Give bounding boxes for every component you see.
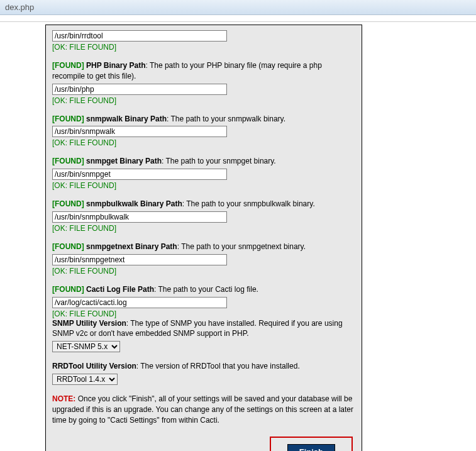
note-block: NOTE: Once you click "Finish", all of yo… bbox=[52, 394, 355, 425]
ok-status: [OK: FILE FOUND] bbox=[52, 309, 355, 318]
field-label: snmpgetnext Binary Path bbox=[86, 242, 177, 251]
divider-line bbox=[0, 21, 476, 22]
note-tag: NOTE: bbox=[52, 394, 75, 403]
field-desc: : The path to your Cacti log file. bbox=[154, 285, 258, 294]
field-label: Cacti Log File Path bbox=[86, 285, 154, 294]
snmp-version-group: SNMP Utility Version: The type of SNMP y… bbox=[52, 318, 355, 353]
snmp-version-label: SNMP Utility Version bbox=[52, 319, 126, 328]
found-tag: [FOUND] bbox=[52, 285, 84, 294]
found-tag: [FOUND] bbox=[52, 61, 84, 70]
note-text: Once you click "Finish", all of your set… bbox=[52, 394, 353, 425]
install-form-box: [OK: FILE FOUND][FOUND] PHP Binary Path:… bbox=[45, 25, 362, 451]
path-input[interactable] bbox=[52, 126, 227, 137]
rrd-version-group: RRDTool Utility Version: The version of … bbox=[52, 361, 355, 385]
path-input[interactable] bbox=[52, 30, 227, 42]
finish-highlight-box: Finish bbox=[270, 437, 353, 451]
field-desc: : The path to your snmpbulkwalk binary. bbox=[182, 199, 315, 208]
found-tag: [FOUND] bbox=[52, 114, 84, 123]
ok-status: [OK: FILE FOUND] bbox=[52, 267, 355, 276]
path-field-group: [FOUND] Cacti Log File Path: The path to… bbox=[52, 284, 355, 318]
path-input[interactable] bbox=[52, 297, 227, 308]
ok-status: [OK: FILE FOUND] bbox=[52, 138, 355, 147]
field-label: snmpbulkwalk Binary Path bbox=[86, 199, 182, 208]
path-field-group: [FOUND] snmpbulkwalk Binary Path: The pa… bbox=[52, 199, 355, 233]
ok-status: [OK: FILE FOUND] bbox=[52, 224, 355, 233]
ok-status: [OK: FILE FOUND] bbox=[52, 181, 355, 190]
found-tag: [FOUND] bbox=[52, 242, 84, 251]
snmp-version-select[interactable]: NET-SNMP 5.x bbox=[52, 341, 120, 352]
found-tag: [FOUND] bbox=[52, 199, 84, 208]
field-label: snmpwalk Binary Path bbox=[86, 114, 167, 123]
path-input[interactable] bbox=[52, 211, 227, 223]
path-field-group: [OK: FILE FOUND] bbox=[52, 30, 355, 52]
path-input[interactable] bbox=[52, 84, 227, 95]
field-header: [FOUND] snmpbulkwalk Binary Path: The pa… bbox=[52, 199, 355, 209]
path-input[interactable] bbox=[52, 254, 227, 265]
field-desc: : The path to your snmpwalk binary. bbox=[167, 114, 285, 123]
field-desc: : The path to your snmpget binary. bbox=[162, 157, 276, 165]
path-field-group: [FOUND] snmpgetnext Binary Path: The pat… bbox=[52, 242, 355, 276]
ok-status: [OK: FILE FOUND] bbox=[52, 43, 355, 52]
path-field-group: [FOUND] snmpwalk Binary Path: The path t… bbox=[52, 114, 355, 148]
ok-status: [OK: FILE FOUND] bbox=[52, 96, 355, 105]
rrd-version-label: RRDTool Utility Version bbox=[52, 362, 136, 370]
window-title-fragment: dex.php bbox=[5, 3, 34, 12]
field-header: [FOUND] snmpget Binary Path: The path to… bbox=[52, 156, 355, 167]
field-header: [FOUND] snmpgetnext Binary Path: The pat… bbox=[52, 242, 355, 252]
path-input[interactable] bbox=[52, 169, 227, 180]
finish-button[interactable]: Finish bbox=[287, 444, 335, 451]
found-tag: [FOUND] bbox=[52, 157, 84, 165]
window-title-bar: dex.php bbox=[0, 0, 476, 15]
field-header: [FOUND] Cacti Log File Path: The path to… bbox=[52, 284, 355, 295]
field-desc: : The path to your snmpgetnext binary. bbox=[177, 242, 306, 251]
rrd-version-desc: : The version of RRDTool that you have i… bbox=[136, 362, 300, 370]
field-header: [FOUND] PHP Binary Path: The path to you… bbox=[52, 60, 355, 82]
rrd-version-select[interactable]: RRDTool 1.4.x bbox=[52, 374, 118, 385]
field-header: [FOUND] snmpwalk Binary Path: The path t… bbox=[52, 114, 355, 125]
button-row: Finish bbox=[52, 437, 355, 451]
path-field-group: [FOUND] PHP Binary Path: The path to you… bbox=[52, 60, 355, 105]
field-label: PHP Binary Path bbox=[86, 61, 145, 70]
field-label: snmpget Binary Path bbox=[86, 157, 162, 165]
path-field-group: [FOUND] snmpget Binary Path: The path to… bbox=[52, 156, 355, 190]
